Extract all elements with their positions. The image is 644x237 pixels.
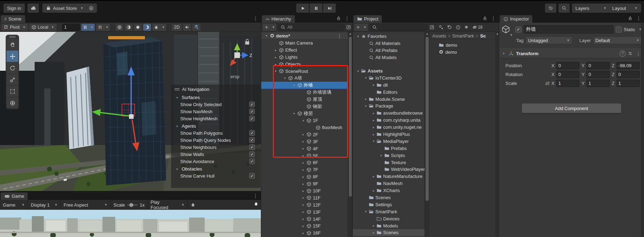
- expander-icon[interactable]: ▾: [356, 69, 361, 73]
- axis-field[interactable]: 0: [586, 62, 610, 69]
- expander-icon[interactable]: ▸: [301, 231, 306, 235]
- axis-field[interactable]: 0: [586, 71, 610, 78]
- ai-nav-group-header[interactable]: ▾Agents: [171, 123, 260, 129]
- expander-icon[interactable]: ▾: [264, 34, 269, 37]
- favorites-filter-icon[interactable]: [464, 25, 469, 29]
- checkbox[interactable]: ✓: [249, 116, 255, 121]
- hierarchy-row[interactable]: floorMesh: [261, 124, 348, 131]
- move-tool-button[interactable]: [6, 51, 18, 62]
- ai-nav-group-header[interactable]: ▾Surfaces: [171, 94, 260, 101]
- project-tree-row[interactable]: All Models: [353, 54, 425, 61]
- kebab-icon[interactable]: ⋮: [336, 33, 343, 39]
- checkbox[interactable]: ✓: [249, 130, 255, 136]
- link-constrain-icon[interactable]: [544, 81, 551, 86]
- transform-tool-button[interactable]: [6, 97, 18, 109]
- search-by-type-icon[interactable]: [439, 25, 444, 30]
- project-tree-row[interactable]: ▸assetbundlebrowse: [353, 110, 425, 117]
- project-tree-row[interactable]: All Materials: [353, 40, 425, 47]
- hierarchy-row[interactable]: 钢架: [261, 103, 348, 110]
- active-checkbox[interactable]: ✓: [515, 27, 521, 33]
- expander-icon[interactable]: ▸: [371, 231, 376, 235]
- game-viewport[interactable]: [0, 210, 261, 237]
- expander-icon[interactable]: ▾: [371, 139, 376, 143]
- game-effects-button[interactable]: [253, 201, 259, 208]
- rect-tool-button[interactable]: [6, 86, 18, 97]
- project-tree-row[interactable]: Devices: [353, 215, 425, 222]
- handle-rotation-dropdown[interactable]: Local▼: [29, 24, 57, 31]
- expander-icon[interactable]: ▾: [175, 167, 180, 171]
- hierarchy-row[interactable]: ▸7F: [261, 166, 348, 173]
- expander-icon[interactable]: ▾: [175, 96, 180, 99]
- expander-icon[interactable]: ▸: [371, 189, 376, 192]
- search-by-label-icon[interactable]: [447, 25, 452, 30]
- project-tree-row[interactable]: ▸HighlightPlus: [353, 131, 425, 138]
- project-tree-row[interactable]: ▸dll: [353, 81, 425, 88]
- snap-settings-button[interactable]: ▼: [96, 24, 110, 31]
- hierarchy-row[interactable]: ▾1F: [261, 117, 348, 124]
- overlay-drag-handle[interactable]: [6, 36, 18, 38]
- project-tree-row[interactable]: ▾Favorites: [353, 33, 425, 40]
- project-tree-row[interactable]: ▸Module.Scene: [353, 96, 425, 103]
- debug-filter-button[interactable]: ▼: [152, 24, 166, 31]
- expander-icon[interactable]: ▸: [301, 224, 306, 228]
- hierarchy-search-input[interactable]: All: [278, 24, 345, 31]
- expander-icon[interactable]: ▸: [301, 196, 306, 200]
- breadcrumb-item[interactable]: SmartPark: [452, 33, 474, 39]
- expander-icon[interactable]: ▾: [363, 76, 368, 80]
- 2d-toggle[interactable]: 2D: [172, 24, 182, 31]
- expander-icon[interactable]: ▸: [301, 133, 306, 136]
- checkbox[interactable]: ✓: [249, 137, 255, 143]
- project-tree-scrollbar[interactable]: ▲: [425, 32, 429, 237]
- scene-visibility-toggle[interactable]: [143, 24, 151, 31]
- display-number-dropdown[interactable]: Display 1▼: [28, 200, 61, 210]
- hierarchy-row[interactable]: ▾demo*⋮: [261, 33, 348, 40]
- kebab-icon[interactable]: ⋮: [635, 51, 642, 56]
- search-button[interactable]: [558, 4, 570, 13]
- hierarchy-row[interactable]: ▸12F: [261, 201, 348, 208]
- expander-icon[interactable]: ▸: [371, 126, 376, 129]
- expander-icon[interactable]: ▸: [301, 168, 306, 172]
- hierarchy-row[interactable]: ▸5F: [261, 152, 348, 159]
- kebab-icon[interactable]: ⋮: [635, 16, 642, 21]
- expander-icon[interactable]: ▸: [273, 48, 278, 52]
- hierarchy-row[interactable]: ▸Lights: [261, 54, 348, 61]
- expander-icon[interactable]: ▸: [301, 203, 306, 207]
- scale-slider[interactable]: [127, 204, 138, 206]
- focus-mode-dropdown[interactable]: Play Focused▼: [148, 200, 188, 210]
- tab-project[interactable]: Project: [353, 15, 382, 23]
- expander-icon[interactable]: ▸: [371, 175, 376, 178]
- sign-in-button[interactable]: Sign in: [4, 4, 25, 13]
- expander-icon[interactable]: ▸: [301, 175, 306, 179]
- axis-field[interactable]: 0: [556, 62, 580, 69]
- transform-component-header[interactable]: ▾ Transform ? ⋮: [499, 48, 644, 58]
- hierarchy-row[interactable]: Main Camera: [261, 40, 348, 47]
- project-tree-row[interactable]: Editors: [353, 88, 425, 96]
- project-tree-row[interactable]: ▸NatureManufacture: [353, 173, 425, 180]
- expander-icon[interactable]: ▸: [273, 63, 278, 66]
- expander-icon[interactable]: ▾: [282, 76, 287, 80]
- layer-dropdown[interactable]: Default▼: [593, 36, 642, 44]
- checkbox[interactable]: ✓: [249, 109, 255, 114]
- game-debug-button[interactable]: [188, 200, 198, 210]
- scroll-up-icon[interactable]: ▲: [496, 32, 499, 35]
- project-item[interactable]: demo: [429, 48, 497, 56]
- hierarchy-scrollbar[interactable]: ▲: [348, 32, 352, 237]
- axis-z-label[interactable]: Z: [250, 53, 252, 58]
- project-contents-scrollbar[interactable]: ▲: [496, 32, 499, 237]
- create-button[interactable]: ▼: [263, 24, 276, 31]
- expander-icon[interactable]: ▾: [501, 52, 506, 55]
- lock-icon[interactable]: [336, 16, 341, 21]
- hidden-count-badge[interactable]: 18: [472, 25, 482, 30]
- step-button[interactable]: [323, 4, 336, 13]
- expander-icon[interactable]: ▸: [371, 133, 376, 136]
- checkbox[interactable]: ✓: [249, 144, 255, 150]
- expander-icon[interactable]: ▾: [273, 69, 278, 73]
- expander-icon[interactable]: ▸: [273, 56, 278, 59]
- breadcrumb-item[interactable]: Assets: [432, 33, 446, 39]
- project-tree-row[interactable]: ▾IoTCenter3D: [353, 74, 425, 81]
- hierarchy-row[interactable]: ▸10F: [261, 187, 348, 195]
- lock-icon[interactable]: [482, 16, 487, 21]
- project-tree-row[interactable]: ▸XCharts: [353, 187, 425, 194]
- pause-button[interactable]: [310, 4, 322, 13]
- axis-field[interactable]: 1: [586, 80, 610, 87]
